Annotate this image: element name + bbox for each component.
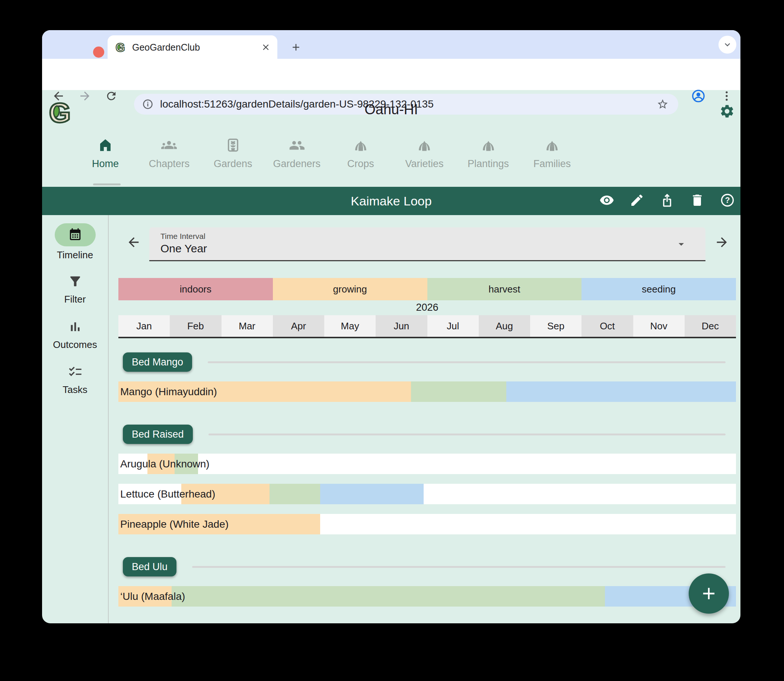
delete-button[interactable]	[690, 193, 705, 209]
previous-interval-button[interactable]	[126, 235, 141, 250]
month-cell-jul: Jul	[427, 315, 479, 337]
timeline-year: 2026	[118, 302, 736, 314]
planting-label: Mango (Himayuddin)	[118, 386, 217, 398]
bed-chip[interactable]: Bed Ulu	[123, 557, 176, 576]
nav-item-label: Crops	[348, 158, 374, 170]
browser-tab[interactable]: G GeoGardenClub	[108, 35, 277, 59]
nav-item-chapters[interactable]: Chapters	[139, 137, 199, 182]
nav-item-label: Plantings	[468, 158, 509, 170]
pencil-icon	[630, 193, 644, 209]
planting-row[interactable]: Mango (Himayuddin)	[118, 382, 736, 402]
profile-avatar-icon[interactable]	[691, 89, 706, 103]
planting-row[interactable]: Arugula (Unknown)	[118, 454, 736, 474]
month-cell-jan: Jan	[118, 315, 170, 337]
sidebar-item-filter[interactable]: Filter	[42, 272, 108, 305]
month-cell-oct: Oct	[581, 315, 633, 337]
share-button[interactable]	[660, 193, 674, 209]
settings-gear-icon[interactable]	[719, 103, 735, 119]
nav-item-gardeners[interactable]: Gardeners	[267, 137, 327, 182]
screen: G GeoGardenClub localhost:51263/gardenDe…	[0, 0, 784, 681]
sidebar-item-tasks[interactable]: Tasks	[42, 363, 108, 396]
reload-icon[interactable]	[105, 90, 117, 102]
help-icon: ?	[720, 193, 735, 209]
share-icon	[660, 193, 674, 209]
nav-item-gardens[interactable]: Gardens	[203, 137, 263, 182]
filter-icon	[55, 272, 96, 291]
planting-row[interactable]: ‘Ulu (Maafala)	[118, 586, 736, 607]
bed-chip[interactable]: Bed Raised	[123, 424, 193, 444]
grass-icon	[417, 137, 432, 154]
time-interval-label: Time Interval	[160, 232, 205, 241]
phase-segment-seeding	[320, 484, 423, 504]
sidebar-item-outcomes[interactable]: Outcomes	[42, 317, 108, 350]
calendar-icon	[55, 223, 96, 246]
nav-item-plantings[interactable]: Plantings	[459, 137, 518, 182]
browser-window: G GeoGardenClub localhost:51263/gardenDe…	[42, 30, 740, 623]
potted-plant-icon	[225, 137, 241, 154]
bed-section: Bed MangoMango (Himayuddin)	[118, 352, 736, 402]
view-button[interactable]	[599, 193, 614, 209]
add-planting-button[interactable]	[689, 573, 729, 614]
garden-app-bar: Kaimake Loop ?	[42, 187, 740, 215]
planting-label: ‘Ulu (Maafala)	[118, 591, 185, 602]
nav-active-indicator	[93, 184, 121, 185]
phase-legend: indoorsgrowingharvestseeding	[118, 278, 736, 300]
svg-text:G: G	[116, 41, 125, 54]
legend-item-indoors: indoors	[118, 278, 273, 300]
phase-segment-harvest	[411, 382, 506, 402]
planting-label: Arugula (Unknown)	[118, 458, 209, 470]
nav-item-home[interactable]: Home	[76, 137, 135, 182]
month-cell-dec: Dec	[685, 315, 736, 337]
planting-label: Lettuce (Butterhead)	[118, 488, 215, 500]
bed-chip[interactable]: Bed Mango	[123, 352, 192, 372]
bed-header: Bed Ulu	[118, 557, 736, 576]
checklist-icon	[55, 363, 96, 381]
month-cell-sep: Sep	[530, 315, 581, 337]
forward-icon[interactable]	[78, 89, 92, 103]
close-window-button[interactable]	[93, 46, 104, 58]
bed-section: Bed RaisedArugula (Unknown)Lettuce (Butt…	[118, 424, 736, 534]
new-tab-button[interactable]	[287, 38, 305, 56]
tab-strip: G GeoGardenClub	[42, 30, 740, 59]
main-nav: HomeChaptersGardensGardenersCropsVarieti…	[76, 137, 582, 182]
planting-label: Pineapple (White Jade)	[118, 518, 229, 530]
help-button[interactable]: ?	[720, 193, 735, 209]
phase-segment-harvest	[270, 484, 320, 504]
month-cell-jun: Jun	[376, 315, 427, 337]
grass-icon	[481, 137, 496, 154]
legend-item-seeding: seeding	[581, 278, 736, 300]
grass-icon	[544, 137, 560, 154]
sidebar-divider	[108, 215, 109, 623]
tab-close-icon[interactable]	[261, 43, 271, 52]
trash-icon	[690, 193, 705, 209]
legend-item-harvest: harvest	[427, 278, 582, 300]
beds-list: Bed MangoMango (Himayuddin)Bed RaisedAru…	[118, 352, 736, 607]
browser-toolbar: localhost:51263/gardenDetails/garden-US-…	[42, 59, 740, 90]
bed-divider	[208, 434, 725, 436]
bed-divider	[192, 566, 725, 568]
planting-row[interactable]: Pineapple (White Jade)	[118, 514, 736, 534]
nav-item-crops[interactable]: Crops	[331, 137, 390, 182]
next-interval-button[interactable]	[714, 235, 729, 250]
bed-header: Bed Raised	[118, 424, 736, 444]
sidebar-item-label: Outcomes	[53, 339, 97, 350]
nav-item-label: Chapters	[149, 158, 190, 170]
time-interval-select[interactable]: Time Interval One Year	[149, 227, 705, 261]
garden-actions: ?	[599, 193, 735, 209]
planting-row[interactable]: Lettuce (Butterhead)	[118, 484, 736, 504]
svg-text:?: ?	[725, 195, 730, 205]
people-icon	[289, 137, 305, 154]
time-interval-value: One Year	[160, 242, 207, 255]
bar-chart-icon	[55, 317, 96, 336]
nav-item-families[interactable]: Families	[522, 137, 582, 182]
tab-search-chevron-icon[interactable]	[719, 36, 736, 54]
edit-button[interactable]	[630, 193, 644, 209]
bed-section: Bed Ulu‘Ulu (Maafala)	[118, 557, 736, 607]
nav-item-varieties[interactable]: Varieties	[395, 137, 454, 182]
browser-menu-icon[interactable]	[721, 90, 733, 102]
phase-segment-harvest	[171, 586, 605, 607]
sidebar-item-timeline[interactable]: Timeline	[42, 223, 108, 261]
grass-icon	[353, 137, 368, 154]
nav-item-label: Gardeners	[273, 158, 321, 170]
sidebar-item-label: Timeline	[57, 249, 93, 261]
